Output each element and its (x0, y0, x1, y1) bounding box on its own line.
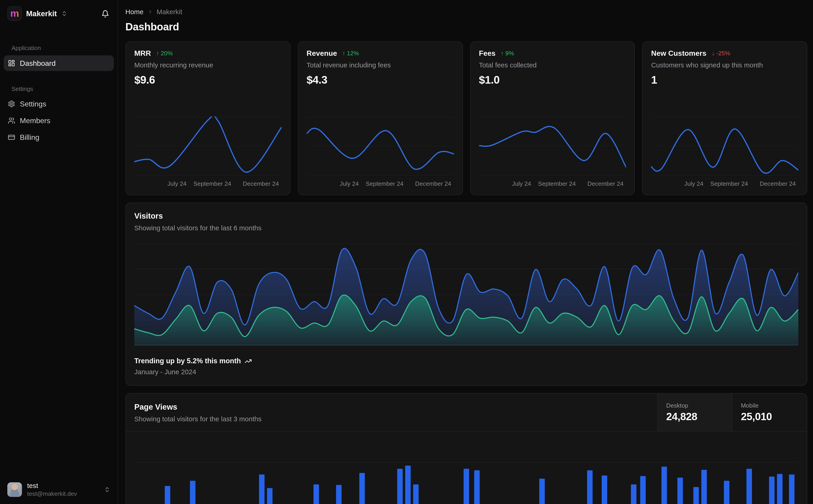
nav-section-settings: SettingsSettingsMembersBilling (4, 86, 114, 145)
stat-card-head: Fees↑9% (479, 49, 626, 58)
page-views-card: Page Views Showing total visitors for th… (125, 393, 807, 504)
page-views-bar (413, 484, 418, 504)
trend-badge: ↑20% (156, 50, 173, 56)
sidebar: m Makerkit ApplicationDashboardSettingsS… (0, 0, 118, 504)
x-axis-labels: July 24September 24December 24 (134, 178, 282, 191)
trend-value: 9% (505, 50, 514, 56)
page-views-bar (259, 475, 265, 504)
page-views-header: Page Views Showing total visitors for th… (126, 394, 807, 432)
page-views-bar (789, 475, 794, 504)
page-views-heading: Page Views Showing total visitors for th… (126, 394, 658, 431)
sidebar-item-dashboard[interactable]: Dashboard (4, 55, 114, 71)
page-views-title: Page Views (134, 403, 649, 411)
page-views-toggle-desktop[interactable]: Desktop24,828 (657, 394, 732, 431)
billing-icon (8, 134, 15, 141)
stat-card-mini-chart: July 24September 24December 24 (651, 116, 798, 190)
visitors-subtitle: Showing total visitors for the last 6 mo… (134, 224, 798, 232)
x-axis-tick: September 24 (710, 181, 748, 187)
x-axis-tick: December 24 (587, 181, 624, 187)
page-views-bar (677, 478, 683, 504)
makerkit-logo: m (7, 6, 22, 21)
user-meta: test test@makerkit.dev (27, 483, 77, 497)
x-axis-tick: December 24 (415, 181, 451, 187)
user-menu-button[interactable]: test test@makerkit.dev (7, 481, 110, 498)
stat-card-value: 1 (651, 74, 798, 86)
trending-up-icon (245, 357, 252, 365)
stat-card-subtitle: Total revenue including fees (307, 61, 454, 69)
x-axis-tick: December 24 (243, 181, 279, 187)
stat-card-value: $9.6 (134, 74, 282, 86)
stat-card-value: $4.3 (307, 74, 454, 86)
page-views-bar (747, 469, 752, 504)
stat-card-mini-chart: July 24September 24December 24 (307, 116, 454, 190)
chevrons-up-down-icon (61, 11, 67, 17)
page-views-bar (693, 487, 699, 504)
sidebar-item-label: Settings (20, 100, 46, 108)
arrow-up-icon: ↑ (156, 50, 159, 56)
trend-value: 12% (347, 50, 359, 56)
page-views-bar (662, 467, 667, 504)
page-views-toggles: Desktop24,828Mobile25,010 (657, 394, 807, 431)
trend-badge: ↑12% (342, 50, 359, 56)
trend-badge: ↓-25% (712, 50, 730, 56)
breadcrumb-current: Makerkit (157, 8, 182, 16)
page-views-bar (190, 481, 195, 504)
trend-value: 20% (161, 50, 173, 56)
page-views-bar (165, 486, 170, 504)
stat-card-new-customers: New Customers↓-25%Customers who signed u… (642, 41, 807, 195)
x-axis-tick: July 24 (167, 181, 186, 187)
breadcrumb: Home Makerkit (125, 8, 807, 16)
page-views-bar (267, 488, 272, 504)
workspace-selector[interactable]: m Makerkit (7, 6, 67, 21)
page-views-bar (474, 470, 480, 504)
x-axis-labels: July 24September 24December 24 (307, 178, 454, 191)
logo-letter: m (10, 8, 19, 18)
page-views-bar (405, 466, 411, 504)
toggle-label: Desktop (666, 402, 724, 408)
arrow-down-icon: ↓ (712, 50, 715, 56)
visitors-card: Visitors Showing total visitors for the … (125, 202, 807, 386)
toggle-label: Mobile (741, 402, 798, 408)
breadcrumb-home-link[interactable]: Home (125, 8, 143, 16)
page-views-bar (602, 475, 607, 504)
stat-card-subtitle: Monthly recurring revenue (134, 61, 282, 69)
trend-badge: ↑9% (501, 50, 514, 56)
visitors-date-range: January - June 2024 (134, 368, 798, 376)
sidebar-item-members[interactable]: Members (4, 113, 114, 128)
stat-card-value: $1.0 (479, 74, 626, 86)
bell-icon (101, 10, 109, 17)
page-views-bar (724, 481, 729, 504)
visitors-trend: Trending up by 5.2% this month (134, 357, 798, 365)
page-views-bar (701, 470, 707, 504)
page-views-chart-wrap (126, 432, 807, 504)
page-views-bar (539, 479, 545, 504)
app-root: m Makerkit ApplicationDashboardSettingsS… (0, 0, 813, 504)
visitors-area-chart (134, 243, 798, 346)
page-views-bar (397, 469, 403, 504)
sidebar-item-settings[interactable]: Settings (4, 96, 114, 112)
page-views-toggle-mobile[interactable]: Mobile25,010 (732, 394, 807, 431)
arrow-up-icon: ↑ (342, 50, 345, 56)
notifications-button[interactable] (100, 9, 110, 19)
stat-card-head: Revenue↑12% (307, 49, 454, 58)
page-views-bar (587, 470, 592, 504)
visitors-title: Visitors (134, 211, 798, 220)
visitors-trend-text: Trending up by 5.2% this month (134, 357, 241, 365)
x-axis-tick: July 24 (684, 181, 703, 187)
page-views-subtitle: Showing total visitors for the last 3 mo… (134, 415, 649, 423)
nav-section-label: Settings (4, 86, 114, 92)
toggle-value: 25,010 (741, 411, 798, 423)
sidebar-item-billing[interactable]: Billing (4, 130, 114, 145)
main-content: Home Makerkit Dashboard MRR↑20%Monthly r… (118, 0, 813, 504)
stat-card-title: Fees (479, 49, 496, 58)
dashboard-icon (8, 59, 15, 67)
user-email: test@makerkit.dev (27, 491, 77, 497)
chevrons-up-down-icon (104, 486, 110, 493)
user-name: test (27, 483, 77, 490)
stat-card-title: MRR (134, 49, 151, 58)
stat-card-head: MRR↑20% (134, 49, 282, 58)
chevron-right-icon (147, 9, 153, 15)
x-axis-labels: July 24September 24December 24 (651, 178, 798, 191)
x-axis-tick: July 24 (512, 181, 531, 187)
visitors-footer: Trending up by 5.2% this month January -… (134, 357, 798, 376)
